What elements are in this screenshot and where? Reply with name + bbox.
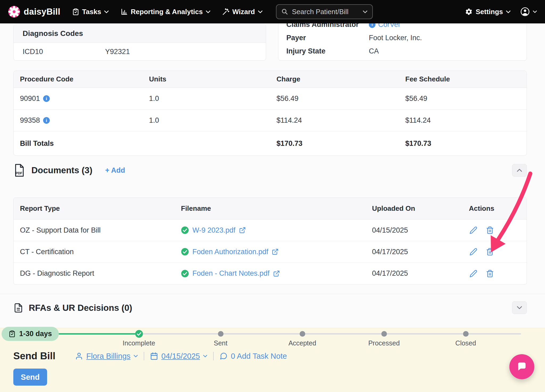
- external-link-icon[interactable]: [239, 227, 246, 234]
- nav-settings-label: Settings: [476, 8, 503, 16]
- diagnosis-codes-title: Diagnosis Codes: [14, 24, 266, 43]
- chat-launcher-button[interactable]: [509, 354, 534, 379]
- procedure-charge: $56.49: [276, 94, 405, 103]
- procedure-units: 1.0: [149, 116, 276, 125]
- col-actions: Actions: [469, 204, 520, 213]
- chevron-down-icon: [206, 10, 210, 13]
- injury-state-label: Injury State: [286, 47, 369, 55]
- document-filename-link[interactable]: Foden - Chart Notes.pdf: [192, 269, 270, 278]
- chevron-down-icon: [517, 306, 522, 310]
- diagnosis-system: ICD10: [23, 48, 105, 56]
- pdf-icon-label: PDF: [16, 171, 23, 175]
- bill-age-badge: 1-30 days: [2, 327, 59, 341]
- edit-document-button[interactable]: [469, 226, 478, 235]
- person-circle-icon: [520, 7, 530, 16]
- table-row: OZ - Support Data for Bill W-9 2023.pdf …: [14, 220, 527, 241]
- chevron-down-icon: [134, 355, 138, 357]
- pencil-icon: [469, 270, 477, 278]
- step-label-accepted: Accepted: [270, 339, 334, 347]
- document-filename-link[interactable]: W-9 2023.pdf: [192, 226, 236, 234]
- file-text-icon: [13, 302, 23, 313]
- injury-state-value: CA: [369, 47, 379, 55]
- payer-value: Foot Locker, Inc.: [369, 34, 422, 42]
- col-filename: Filename: [181, 204, 372, 213]
- step-label-closed: Closed: [434, 339, 498, 347]
- col-uploaded-on: Uploaded On: [372, 204, 469, 213]
- delete-document-button[interactable]: [485, 226, 494, 235]
- rfas-expand-button[interactable]: [512, 301, 527, 314]
- step-label-incomplete: Incomplete: [107, 339, 171, 347]
- info-icon[interactable]: [43, 95, 50, 102]
- biller-select[interactable]: Flora Billings: [75, 352, 138, 361]
- send-button[interactable]: Send: [13, 369, 47, 386]
- table-row: 90901 1.0 $56.49 $56.49: [14, 88, 527, 110]
- rfas-section-header: RFAs & UR Decisions (0): [13, 301, 527, 315]
- documents-collapse-button[interactable]: [512, 164, 527, 177]
- col-report-type: Report Type: [20, 204, 181, 213]
- step-node-processed: [381, 331, 387, 337]
- edit-document-button[interactable]: [469, 247, 478, 256]
- document-filename-link[interactable]: Foden Authorization.pdf: [192, 248, 268, 256]
- procedure-code: 99358: [20, 116, 40, 125]
- divider: [213, 352, 214, 360]
- rfas-title: RFAs & UR Decisions (0): [29, 303, 132, 313]
- bill-totals-row: Bill Totals $170.73 $170.73: [14, 131, 527, 155]
- magic-wand-icon: [222, 8, 229, 15]
- step-label-processed: Processed: [352, 339, 416, 347]
- clipboard-icon: [72, 8, 79, 15]
- delete-document-button[interactable]: [485, 247, 494, 256]
- table-row: CT - Certification Foden Authorization.p…: [14, 241, 527, 263]
- nav-reporting-analytics[interactable]: Reporting & Analytics: [121, 8, 210, 16]
- brand-name: daisyBill: [24, 7, 60, 17]
- external-link-icon[interactable]: [272, 248, 279, 255]
- chevron-up-icon: [517, 168, 522, 172]
- external-link-icon[interactable]: [273, 270, 280, 277]
- brand-logo[interactable]: daisyBill: [8, 6, 60, 18]
- nav-left-group: daisyBill Tasks Reporting & Anal: [8, 4, 373, 19]
- document-uploaded-on: 04/17/2025: [372, 248, 469, 256]
- search-scope-chevron-icon[interactable]: [363, 10, 368, 13]
- edit-document-button[interactable]: [469, 269, 478, 278]
- chevron-down-icon: [203, 355, 207, 357]
- col-charge: Charge: [276, 75, 405, 83]
- person-icon: [75, 352, 83, 360]
- procedures-table: Procedure Code Units Charge Fee Schedule…: [13, 71, 527, 156]
- info-icon[interactable]: [43, 117, 50, 124]
- add-task-note-label: 0 Add Task Note: [231, 352, 287, 361]
- trash-icon: [486, 248, 494, 256]
- send-bill-controls: Send Bill Flora Billings 04/15/2025: [13, 350, 287, 362]
- bill-date-select[interactable]: 04/15/2025: [150, 352, 207, 361]
- step-node-incomplete: [135, 330, 143, 338]
- document-report-type: DG - Diagnostic Report: [20, 269, 181, 278]
- pdf-file-icon: PDF: [13, 164, 26, 177]
- diagnosis-codes-card: Diagnosis Codes ICD10 Y92321: [13, 24, 266, 61]
- nav-settings[interactable]: Settings: [465, 8, 511, 16]
- page: daisyBill Tasks Reporting & Anal: [0, 0, 545, 392]
- speech-bubble-icon: [220, 352, 228, 360]
- documents-title: Documents (3): [31, 165, 92, 175]
- bill-status-timeline: Incomplete Sent Accepted Processed Close…: [0, 328, 545, 352]
- bill-totals-fee: $170.73: [405, 139, 520, 148]
- divider: [144, 352, 144, 360]
- chat-bubble-icon: [516, 361, 527, 372]
- search-patient-bill-input[interactable]: Search Patient/Bill: [276, 4, 373, 19]
- chevron-down-icon: [533, 10, 537, 13]
- check-circle-icon: [135, 330, 143, 338]
- pencil-icon: [469, 226, 477, 234]
- trash-icon: [486, 226, 494, 234]
- nav-tasks[interactable]: Tasks: [72, 8, 109, 16]
- step-node-closed: [463, 331, 469, 337]
- documents-header-row: Report Type Filename Uploaded On Actions: [14, 198, 527, 220]
- documents-table: Report Type Filename Uploaded On Actions…: [13, 197, 527, 284]
- nav-wizard[interactable]: Wizard: [222, 8, 263, 16]
- add-document-button[interactable]: + Add: [105, 166, 125, 175]
- step-node-accepted: [300, 331, 305, 337]
- delete-document-button[interactable]: [485, 269, 494, 278]
- table-row: 99358 1.0 $114.24 $114.24: [14, 110, 527, 131]
- document-report-type: CT - Certification: [20, 248, 181, 256]
- col-units: Units: [149, 75, 276, 83]
- add-task-note-button[interactable]: 0 Add Task Note: [220, 352, 287, 361]
- nav-account-menu[interactable]: [520, 7, 537, 16]
- send-bill-title: Send Bill: [13, 350, 55, 362]
- col-fee-schedule: Fee Schedule: [405, 75, 520, 83]
